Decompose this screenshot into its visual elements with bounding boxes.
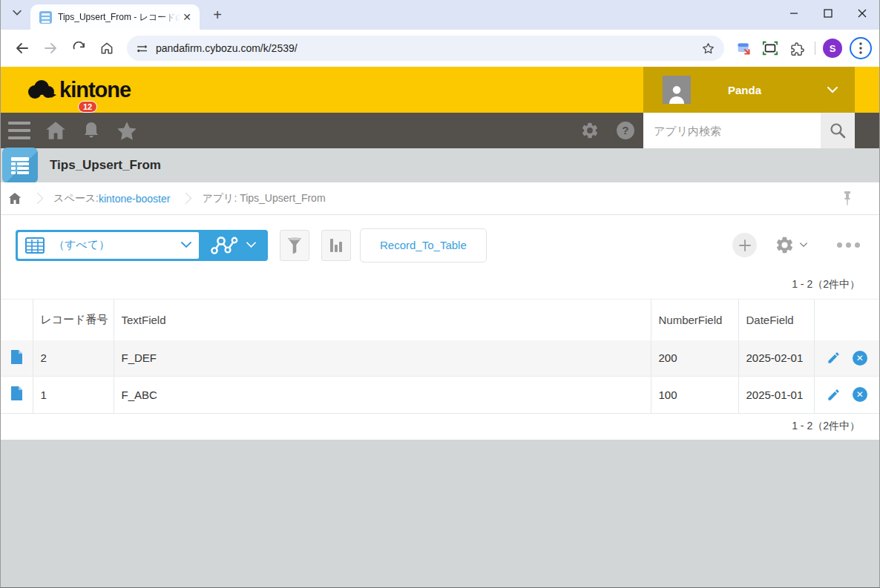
- graph-chevron-icon: [246, 242, 256, 248]
- tab-favicon-icon: [39, 11, 52, 24]
- browser-window: Tips_Upsert_From - レコードの一覧 ✕ + pandafirm…: [0, 0, 880, 588]
- app-title: Tips_Upsert_From: [50, 158, 161, 173]
- search-button[interactable]: [821, 113, 855, 148]
- kintone-header: kintone Panda: [1, 67, 879, 113]
- breadcrumb-app-item: アプリ: Tips_Upsert_From: [202, 192, 325, 205]
- help-icon[interactable]: ?: [608, 113, 643, 148]
- tab-close-icon[interactable]: ✕: [180, 10, 194, 24]
- record-detail-icon[interactable]: [1, 377, 33, 413]
- cell-text-field: F_DEF: [114, 340, 651, 377]
- view-toolbar: （すべて） Record_To_Table: [1, 215, 879, 271]
- app-icon[interactable]: [2, 148, 38, 183]
- pin-icon[interactable]: [842, 191, 853, 206]
- breadcrumb-home-icon[interactable]: [8, 192, 22, 205]
- plus-icon: [738, 239, 752, 252]
- cell-text-field: F_ABC: [114, 377, 651, 413]
- tab-search-caret-icon[interactable]: [7, 2, 27, 23]
- app-settings-gear-icon: [775, 235, 795, 255]
- favorites-star-icon[interactable]: [109, 113, 145, 148]
- kintone-cloud-icon: [26, 78, 57, 102]
- edit-record-icon[interactable]: [827, 351, 841, 365]
- site-settings-icon[interactable]: [136, 42, 148, 55]
- notifications-bell-icon[interactable]: 12: [73, 113, 109, 148]
- cell-record-number: 2: [33, 340, 114, 377]
- global-nav: 12 ?: [1, 113, 879, 148]
- tab-title: Tips_Upsert_From - レコードの一覧: [58, 11, 180, 24]
- table-row[interactable]: 2 F_DEF 200 2025-02-01 ✕: [1, 340, 879, 377]
- settings-chevron-icon: [800, 242, 807, 248]
- reload-icon[interactable]: [66, 36, 91, 61]
- cell-number-field: 200: [651, 340, 738, 377]
- cell-record-number: 1: [33, 377, 114, 413]
- cell-number-field: 100: [651, 377, 738, 413]
- pagination-top: 1 - 2（2件中）: [1, 271, 879, 299]
- filter-button[interactable]: [280, 230, 309, 261]
- delete-record-icon[interactable]: ✕: [853, 351, 867, 366]
- table-header-row: レコード番号 TextField NumberField DateField: [1, 300, 879, 340]
- user-name: Panda: [728, 84, 827, 96]
- kintone-logo[interactable]: kintone: [26, 78, 131, 102]
- cell-date-field: 2025-01-01: [738, 377, 814, 413]
- record-to-table-button[interactable]: Record_To_Table: [360, 228, 487, 262]
- view-chevron-icon: [181, 242, 191, 248]
- app-title-bar: Tips_Upsert_From: [1, 148, 879, 182]
- app-search-input[interactable]: [643, 113, 821, 148]
- new-tab-button[interactable]: +: [207, 4, 228, 25]
- browser-tab[interactable]: Tips_Upsert_From - レコードの一覧 ✕: [30, 4, 200, 30]
- header-date-field[interactable]: DateField: [738, 300, 814, 340]
- breadcrumb-separator-icon: [180, 193, 192, 205]
- close-button[interactable]: [845, 0, 879, 27]
- breadcrumb-space-link[interactable]: kintone-booster: [99, 193, 171, 205]
- record-table: レコード番号 TextField NumberField DateField 2…: [1, 299, 879, 413]
- edit-record-icon[interactable]: [827, 388, 841, 402]
- screen-capture-icon[interactable]: [759, 37, 781, 59]
- maximize-button[interactable]: [811, 0, 845, 27]
- browser-toolbar: pandafirm.cybozu.com/k/2539/ S: [1, 30, 879, 67]
- header-number-field[interactable]: NumberField: [651, 300, 738, 340]
- table-view-icon: [25, 237, 45, 254]
- home-icon[interactable]: [94, 36, 119, 61]
- notification-count-badge: 12: [78, 101, 97, 113]
- chrome-menu-icon[interactable]: [850, 37, 872, 59]
- breadcrumb: スペース: kintone-booster アプリ: Tips_Upsert_F…: [1, 182, 879, 215]
- profile-avatar[interactable]: S: [823, 39, 842, 58]
- graph-menu[interactable]: [199, 230, 268, 261]
- url-text[interactable]: pandafirm.cybozu.com/k/2539/: [156, 42, 701, 54]
- more-options-icon[interactable]: [837, 242, 860, 248]
- chart-button[interactable]: [321, 230, 351, 261]
- forward-icon[interactable]: [38, 36, 63, 61]
- nav-spacer: [855, 113, 879, 148]
- cell-actions: ✕: [814, 340, 879, 377]
- view-selector[interactable]: （すべて）: [16, 230, 268, 261]
- view-dropdown[interactable]: （すべて）: [18, 232, 199, 259]
- address-bar[interactable]: pandafirm.cybozu.com/k/2539/: [127, 36, 724, 61]
- user-menu-chevron-icon: [827, 86, 838, 93]
- header-icon-col: [1, 300, 33, 340]
- window-controls: [777, 0, 879, 27]
- kintone-logo-text: kintone: [59, 78, 131, 102]
- page-footer: [1, 440, 879, 588]
- settings-gear-icon[interactable]: [572, 113, 608, 148]
- bookmark-star-icon[interactable]: [701, 42, 715, 56]
- view-name: （すべて）: [53, 238, 181, 252]
- header-actions: [814, 300, 879, 340]
- user-panel[interactable]: Panda: [643, 67, 855, 113]
- delete-record-icon[interactable]: ✕: [853, 387, 867, 402]
- record-detail-icon[interactable]: [1, 340, 33, 377]
- header-text-field[interactable]: TextField: [114, 300, 651, 340]
- minimize-button[interactable]: [777, 0, 811, 27]
- extension-panel-icon[interactable]: [732, 37, 755, 59]
- back-icon[interactable]: [10, 36, 35, 61]
- app-settings-menu[interactable]: [775, 235, 807, 255]
- add-record-button[interactable]: [732, 233, 757, 257]
- portal-home-icon[interactable]: [38, 113, 73, 148]
- graph-icon: [211, 236, 239, 255]
- header-record-number[interactable]: レコード番号: [33, 300, 114, 340]
- table-row[interactable]: 1 F_ABC 100 2025-01-01 ✕: [1, 377, 879, 413]
- hamburger-menu-icon[interactable]: [8, 122, 30, 139]
- pagination-bottom: 1 - 2（2件中）: [1, 413, 879, 440]
- user-avatar-icon: [663, 76, 691, 104]
- extensions-puzzle-icon[interactable]: [786, 37, 808, 59]
- bar-chart-icon: [329, 237, 344, 254]
- cell-date-field: 2025-02-01: [738, 340, 814, 377]
